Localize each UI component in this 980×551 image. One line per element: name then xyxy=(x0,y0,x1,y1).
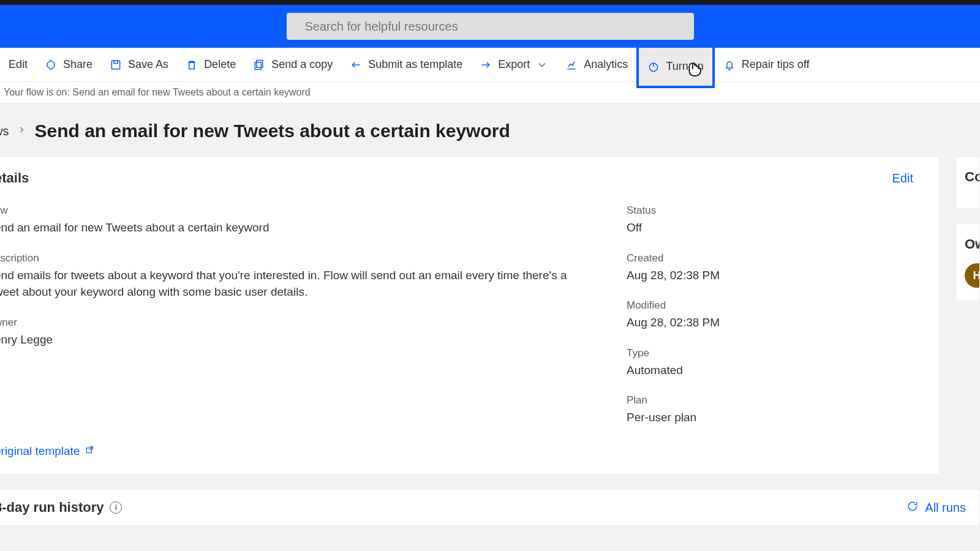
export-icon xyxy=(480,59,492,71)
plan-value: Per-user plan xyxy=(627,409,924,426)
app-header xyxy=(0,5,980,48)
svg-rect-5 xyxy=(257,60,263,67)
search-input[interactable] xyxy=(305,20,684,34)
plan-label: Plan xyxy=(627,394,924,407)
export-button[interactable]: Export xyxy=(471,48,557,81)
turn-on-button[interactable]: Turn on xyxy=(636,45,714,88)
analytics-label: Analytics xyxy=(584,58,628,71)
flow-value: end an email for new Tweets about a cert… xyxy=(0,219,590,236)
analytics-button[interactable]: Analytics xyxy=(557,48,636,81)
owners-heading: Ow xyxy=(965,236,979,252)
save-icon xyxy=(110,59,122,71)
all-runs-label: All runs xyxy=(925,501,966,515)
bell-icon xyxy=(723,59,736,71)
original-template-link[interactable]: original template xyxy=(0,444,94,458)
flow-label: ow xyxy=(0,204,590,217)
info-icon[interactable]: i xyxy=(110,501,122,514)
description-label: escription xyxy=(0,252,590,264)
owners-card: Ow H xyxy=(956,223,980,301)
connections-card: Co xyxy=(956,156,980,209)
avatar: H xyxy=(965,263,980,288)
refresh-icon xyxy=(907,500,919,515)
all-runs-link[interactable]: All runs xyxy=(907,500,966,515)
details-card: etails Edit ow end an email for new Twee… xyxy=(0,156,940,474)
share-label: Share xyxy=(63,58,92,71)
created-label: Created xyxy=(627,252,924,264)
search-box[interactable] xyxy=(287,13,694,40)
modified-label: Modified xyxy=(627,299,924,312)
saveas-label: Save As xyxy=(128,58,168,71)
breadcrumb-root[interactable]: ws xyxy=(0,124,9,138)
repair-tips-button[interactable]: Repair tips off xyxy=(715,48,818,81)
details-heading: etails xyxy=(0,170,29,186)
svg-rect-2 xyxy=(111,61,119,69)
svg-rect-4 xyxy=(189,62,194,69)
submittpl-label: Submit as template xyxy=(368,58,462,71)
type-label: Type xyxy=(627,347,924,359)
status-value: Off xyxy=(627,219,924,236)
submit-template-button[interactable]: Submit as template xyxy=(341,48,471,81)
type-value: Automated xyxy=(627,362,924,379)
browser-chrome-strip xyxy=(0,0,980,5)
owner-value: enry Legge xyxy=(0,331,590,348)
connections-heading: Co xyxy=(965,169,979,185)
chart-icon xyxy=(565,59,578,71)
template-link-label: original template xyxy=(0,444,80,458)
turnon-label: Turn on xyxy=(666,60,703,73)
details-edit-link[interactable]: Edit xyxy=(892,171,924,186)
delete-label: Delete xyxy=(204,58,236,71)
edit-label: Edit xyxy=(9,58,28,71)
chevron-down-icon xyxy=(536,59,548,71)
repair-label: Repair tips off xyxy=(742,58,810,71)
external-link-icon xyxy=(85,444,94,458)
flow-status-message: Your flow is on: Send an email for new T… xyxy=(0,82,980,103)
copy-icon xyxy=(253,59,265,71)
description-value: end emails for tweets about a keyword th… xyxy=(0,267,590,301)
saveas-button[interactable]: Save As xyxy=(101,48,177,81)
edit-button[interactable]: Edit xyxy=(0,48,36,81)
share-icon xyxy=(45,59,57,71)
power-icon xyxy=(647,61,660,73)
svg-rect-3 xyxy=(114,61,118,63)
share-button[interactable]: Share xyxy=(36,48,101,81)
trash-icon xyxy=(186,59,198,71)
modified-value: Aug 28, 02:38 PM xyxy=(627,314,924,331)
run-history-card: 8-day run history i All runs xyxy=(0,489,980,526)
sendcopy-button[interactable]: Send a copy xyxy=(244,48,341,81)
delete-button[interactable]: Delete xyxy=(177,48,244,81)
run-history-label: 8-day run history xyxy=(0,500,104,515)
created-value: Aug 28, 02:38 PM xyxy=(627,267,924,284)
page-title: Send an email for new Tweets about a cer… xyxy=(34,121,510,141)
arrow-left-icon xyxy=(350,59,362,71)
command-bar: Edit Share Save As Delete Send a copy Su… xyxy=(0,48,980,82)
export-label: Export xyxy=(498,58,530,71)
run-history-heading: 8-day run history i xyxy=(0,500,122,515)
breadcrumb: ws Send an email for new Tweets about a … xyxy=(0,103,980,156)
owner-label: wner xyxy=(0,317,590,329)
chevron-right-icon xyxy=(17,126,26,137)
sendcopy-label: Send a copy xyxy=(271,58,333,71)
svg-rect-6 xyxy=(255,62,261,69)
status-label: Status xyxy=(627,204,924,217)
